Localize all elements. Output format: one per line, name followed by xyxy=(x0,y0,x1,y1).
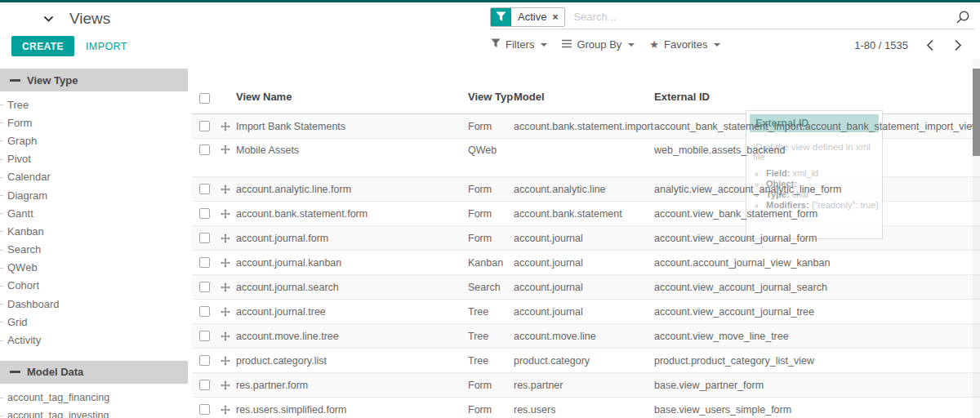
drag-handle[interactable] xyxy=(216,233,236,243)
drag-handle[interactable] xyxy=(216,405,236,415)
cell-view-name: Import Bank Statements xyxy=(236,121,345,132)
sidebar-item-view-type[interactable]: Kanban xyxy=(0,222,188,240)
sidebar-item-label: Dashboard xyxy=(7,298,60,310)
funnel-icon xyxy=(491,38,501,51)
cell-external-id: base.view_users_simple_form xyxy=(654,404,791,416)
sidebar-item-view-type[interactable]: Gantt xyxy=(0,204,188,222)
drag-handle[interactable] xyxy=(216,185,236,194)
model-data-list: account_tag_financing account_tag_invest… xyxy=(0,384,188,418)
favorites-dropdown[interactable]: ★ Favorites xyxy=(649,38,720,51)
cell-model: res.partner xyxy=(514,380,563,391)
drag-handle[interactable] xyxy=(216,122,236,131)
row-checkbox[interactable] xyxy=(199,184,210,194)
table-row[interactable]: account.journal.search Search account.jo… xyxy=(192,275,980,300)
create-button[interactable]: CREATE xyxy=(11,36,74,56)
sidebar-item-view-type[interactable]: Activity xyxy=(0,331,188,349)
cell-view-type: Form xyxy=(468,208,492,220)
table-row[interactable]: account.journal.kanban Kanban account.jo… xyxy=(192,251,980,275)
section-title: Model Data xyxy=(27,366,83,378)
sidebar-item-label: Cohort xyxy=(7,279,39,291)
tooltip-detail-item: Field: xml_id xyxy=(766,168,882,178)
sidebar-item-view-type[interactable]: Tree xyxy=(0,96,188,113)
sidebar-item-view-type[interactable]: Graph xyxy=(0,131,188,149)
table-row[interactable]: res.users.simplified.form Form res.users… xyxy=(192,398,980,418)
sidebar-item-view-type[interactable]: Diagram xyxy=(0,186,188,204)
row-checkbox[interactable] xyxy=(199,282,210,292)
cell-external-id: account.view_account_journal_form xyxy=(654,233,817,244)
table-row[interactable]: account.move.line.tree Tree account.move… xyxy=(192,324,980,349)
drag-handle[interactable] xyxy=(216,282,236,292)
sidebar-item-view-type[interactable]: Cohort xyxy=(0,277,188,295)
search-icon[interactable] xyxy=(956,10,970,24)
cell-view-type: QWeb xyxy=(468,145,497,156)
cell-external-id: account_bank_statement_import.account_ba… xyxy=(654,121,979,132)
row-checkbox[interactable] xyxy=(199,121,210,131)
group-by-dropdown[interactable]: Group By xyxy=(562,38,635,51)
row-checkbox[interactable] xyxy=(199,331,210,341)
row-checkbox[interactable] xyxy=(199,306,210,317)
cell-external-id: base.view_partner_form xyxy=(654,380,764,391)
cell-view-type: Form xyxy=(468,404,492,416)
sidebar-item-label: account_tag_financing xyxy=(7,392,109,403)
search-controls: Filters Group By ★ Favorites xyxy=(491,38,720,51)
row-checkbox[interactable] xyxy=(199,355,210,366)
caret-down-icon xyxy=(714,43,720,50)
drag-handle[interactable] xyxy=(216,356,236,366)
cell-model: account.bank.statement.import xyxy=(514,121,653,132)
sidebar-item-view-type[interactable]: Search xyxy=(0,241,188,259)
cell-view-name: Mobile Assets xyxy=(236,145,299,156)
filters-dropdown[interactable]: Filters xyxy=(491,38,547,51)
row-checkbox[interactable] xyxy=(199,257,210,268)
move-icon xyxy=(220,185,230,194)
drag-handle[interactable] xyxy=(216,258,236,268)
drag-handle[interactable] xyxy=(216,209,236,219)
table-row[interactable]: account.journal.tree Tree account.journa… xyxy=(192,300,980,324)
column-header-external-id[interactable]: External ID xyxy=(654,91,980,113)
cell-view-type: Form xyxy=(468,233,492,244)
pager-previous-button[interactable] xyxy=(921,38,938,52)
facet-remove-icon[interactable]: × xyxy=(552,12,558,22)
sidebar-item-model-data[interactable]: account_tag_investing xyxy=(0,407,188,418)
sidebar-item-view-type[interactable]: Dashboard xyxy=(0,295,188,313)
sidebar-item-view-type[interactable]: Grid xyxy=(0,313,188,331)
column-header-model[interactable]: Model xyxy=(514,91,654,113)
favorites-label: Favorites xyxy=(664,38,707,51)
drag-handle[interactable] xyxy=(216,307,236,317)
sidebar-item-view-type[interactable]: Pivot xyxy=(0,150,188,168)
move-icon xyxy=(220,282,230,292)
sidebar-item-view-type[interactable]: QWeb xyxy=(0,259,188,277)
row-checkbox[interactable] xyxy=(199,380,210,390)
pager-range: 1-80 / 1535 xyxy=(854,39,908,51)
drag-handle[interactable] xyxy=(216,380,236,390)
sidebar-item-view-type[interactable]: Calendar xyxy=(0,168,188,186)
row-checkbox[interactable] xyxy=(199,404,210,415)
table-row[interactable]: product.category.list Tree product.categ… xyxy=(192,349,980,373)
row-checkbox[interactable] xyxy=(199,208,210,219)
facet-value: Active xyxy=(518,11,546,23)
column-header-view-name[interactable]: View Name xyxy=(236,91,468,113)
row-checkbox[interactable] xyxy=(199,233,210,243)
drag-handle[interactable] xyxy=(216,331,236,341)
column-header-view-type[interactable]: View Type xyxy=(468,91,514,113)
cell-view-type: Tree xyxy=(468,331,488,342)
search-facet: Active × xyxy=(490,7,565,27)
hamburger-icon xyxy=(562,38,572,51)
table-row[interactable]: res.partner.form Form res.partner base.v… xyxy=(192,373,980,398)
chevron-down-icon[interactable] xyxy=(41,13,56,25)
sidebar-item-view-type[interactable]: Form xyxy=(0,113,188,131)
section-title: View Type xyxy=(27,74,78,87)
cell-view-name: product.category.list xyxy=(236,355,327,367)
drag-handle[interactable] xyxy=(216,145,236,154)
pager-next-button[interactable] xyxy=(950,38,967,52)
row-checkbox[interactable] xyxy=(199,145,210,155)
move-icon xyxy=(220,122,230,131)
sidebar-item-label: Gantt xyxy=(7,207,33,220)
cell-view-name: account.move.line.tree xyxy=(236,331,339,342)
select-all-checkbox[interactable] xyxy=(199,93,210,104)
import-button[interactable]: IMPORT xyxy=(81,36,132,56)
sidebar-item-model-data[interactable]: account_tag_financing xyxy=(0,389,188,407)
search-input[interactable] xyxy=(565,11,956,23)
sidebar-item-label: Kanban xyxy=(7,225,44,238)
scrollbar-thumb[interactable] xyxy=(973,69,980,156)
cell-model: account.move.line xyxy=(514,331,596,342)
